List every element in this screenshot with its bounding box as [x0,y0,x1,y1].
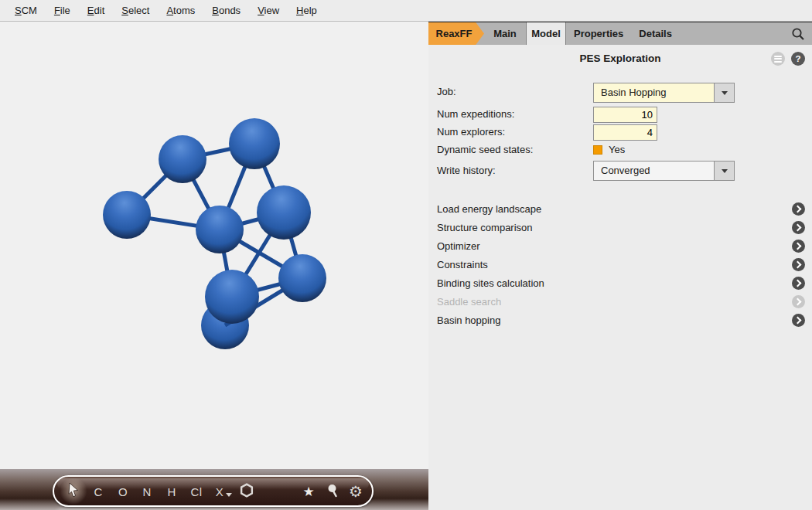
toolbar-gloss [57,478,369,489]
chevron-down-icon [722,169,728,173]
tab-main[interactable]: Main [484,22,526,45]
atom-sphere[interactable] [257,185,311,240]
element-h-button[interactable]: H [167,484,176,498]
chevron-right-icon[interactable] [792,240,805,253]
dynamic-seed-states-value: Yes [609,144,625,156]
menu-bonds[interactable]: Bonds [203,5,249,16]
ring-tool-icon[interactable] [240,483,254,500]
write-history-label: Write history: [437,165,496,177]
menu-file[interactable]: File [46,5,79,16]
num-expeditions-input[interactable] [593,107,657,123]
application-window: SCM File Edit Select Atoms Bonds View He… [0,0,812,510]
job-dropdown[interactable]: Basin Hopping [593,83,735,103]
gear-icon[interactable]: ⚙ [349,482,363,501]
atom-sphere[interactable] [205,270,259,324]
chevron-down-icon [722,91,728,95]
job-dropdown-button[interactable] [714,83,734,102]
tabbar-spacer [680,22,784,45]
settings-panel: ReaxFF Main Model Properties Details PES… [428,22,812,510]
section-load-energy-landscape[interactable]: Load energy landscape [437,202,541,216]
atom-sphere[interactable] [229,118,280,169]
atom-sphere[interactable] [196,206,244,253]
section-basin-hopping[interactable]: Basin hopping [437,314,500,328]
write-history-dropdown-button[interactable] [714,162,734,180]
molecule-3d-view[interactable] [0,22,428,470]
chevron-right-icon-disabled [792,295,805,308]
num-explorers-label: Num explorers: [437,126,505,138]
section-optimizer[interactable]: Optimizer [437,240,480,253]
atom-sphere[interactable] [159,135,206,183]
element-x-button[interactable]: X [216,484,223,498]
pin-icon[interactable] [326,483,339,500]
pointer-tool-icon[interactable] [67,482,80,501]
section-structure-comparison[interactable]: Structure comparison [437,221,533,235]
section-saddle-search: Saddle search [437,295,501,309]
atom-sphere[interactable] [278,254,326,302]
menu-edit[interactable]: Edit [79,5,113,16]
section-binding-sites-calculation[interactable]: Binding sites calculation [437,277,544,291]
tab-properties[interactable]: Properties [566,22,631,45]
panel-menu-button[interactable] [771,52,785,66]
menu-help[interactable]: Help [288,5,326,16]
tab-reaxff[interactable]: ReaxFF [428,22,484,45]
search-button[interactable] [784,22,812,45]
write-history-dropdown[interactable]: Converged [593,161,735,181]
search-icon [791,27,805,41]
element-c-button[interactable]: C [94,484,102,498]
job-label: Job: [437,86,456,98]
chevron-right-icon[interactable] [792,221,805,234]
atom-sphere[interactable] [103,191,151,239]
molecule-viewport[interactable]: C O N H Cl X ★ ⚙ [0,22,428,510]
page-title: PES Exploration [428,53,812,64]
tab-model[interactable]: Model [526,22,566,45]
menu-bar: SCM File Edit Select Atoms Bonds View He… [0,0,812,22]
panel-content: PES Exploration ? Job: Basin Hopping Num… [428,45,812,510]
menu-view[interactable]: View [249,5,288,16]
menu-scm[interactable]: SCM [6,5,46,16]
menu-atoms[interactable]: Atoms [158,5,203,16]
element-o-button[interactable]: O [118,484,128,498]
help-button[interactable]: ? [791,52,805,66]
hamburger-icon [774,56,782,57]
element-toolbar: C O N H Cl X ★ ⚙ [53,475,374,507]
dynamic-seed-states-label: Dynamic seed states: [437,144,533,156]
element-dropdown-icon[interactable] [226,493,232,497]
element-cl-button[interactable]: Cl [191,484,203,498]
job-value: Basin Hopping [601,83,667,102]
num-explorers-input[interactable] [593,124,657,141]
menu-select[interactable]: Select [113,5,158,16]
star-icon[interactable]: ★ [302,483,314,499]
write-history-value: Converged [601,162,650,180]
num-expeditions-label: Num expeditions: [437,108,514,121]
chevron-right-icon[interactable] [792,277,805,290]
chevron-right-icon[interactable] [792,314,805,327]
chevron-right-icon[interactable] [792,258,805,271]
section-constraints[interactable]: Constraints [437,258,488,272]
tab-details[interactable]: Details [631,22,680,45]
element-n-button[interactable]: N [142,484,151,498]
dynamic-seed-states-checkbox[interactable] [593,145,602,155]
chevron-right-icon[interactable] [792,202,805,216]
tab-bar: ReaxFF Main Model Properties Details [428,22,812,45]
